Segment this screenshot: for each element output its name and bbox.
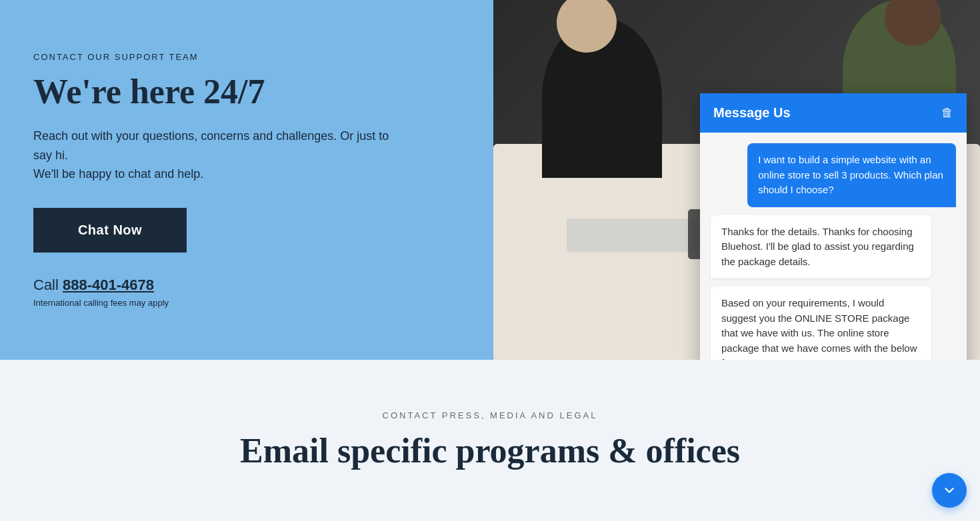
chevron-down-icon [942, 483, 957, 498]
message-agent-1: Thanks for the details. Thanks for choos… [711, 215, 931, 279]
right-panel: Message Us 🗑 I want to build a simple we… [493, 0, 980, 360]
message-user-1: I want to build a simple website with an… [747, 143, 956, 207]
call-section: Call 888-401-4678 International calling … [33, 276, 460, 308]
scroll-down-button[interactable] [932, 473, 967, 508]
chat-now-button[interactable]: Chat Now [33, 208, 187, 253]
chat-messages[interactable]: I want to build a simple website with an… [700, 133, 967, 360]
description: Reach out with your questions, concerns … [33, 127, 407, 184]
description-line1: Reach out with your questions, concerns … [33, 129, 389, 162]
chat-header: Message Us 🗑 [700, 93, 967, 133]
delete-icon[interactable]: 🗑 [941, 106, 953, 120]
chat-widget: Message Us 🗑 I want to build a simple we… [700, 93, 967, 360]
main-heading: We're here 24/7 [33, 73, 460, 111]
bottom-section: CONTACT PRESS, MEDIA AND LEGAL Email spe… [0, 360, 980, 521]
call-label: Call 888-401-4678 [33, 276, 460, 294]
chat-header-title: Message Us [713, 105, 791, 121]
left-panel: CONTACT OUR SUPPORT TEAM We're here 24/7… [0, 0, 493, 360]
intl-note: International calling fees may apply [33, 298, 460, 308]
press-label: CONTACT PRESS, MEDIA AND LEGAL [383, 410, 598, 420]
support-label: CONTACT OUR SUPPORT TEAM [33, 52, 460, 62]
message-agent-2: Based on your requirements, I would sugg… [711, 286, 931, 360]
description-line2: We'll be happy to chat and help. [33, 167, 203, 181]
email-heading: Email specific programs & offices [240, 431, 740, 470]
keyboard [567, 219, 700, 252]
top-section: CONTACT OUR SUPPORT TEAM We're here 24/7… [0, 0, 980, 360]
phone-link[interactable]: 888-401-4678 [63, 276, 154, 293]
